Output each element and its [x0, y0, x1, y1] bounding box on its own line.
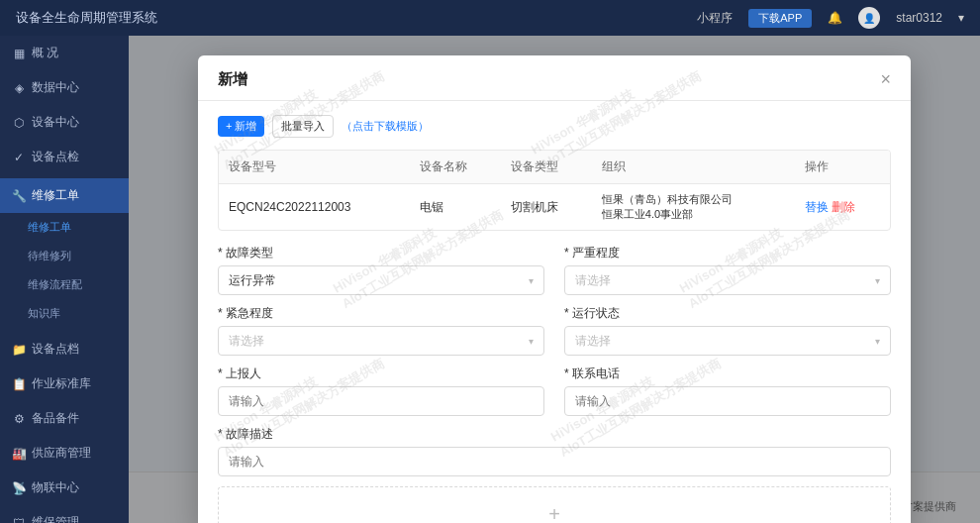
description-input-wrap[interactable]	[218, 447, 891, 476]
nav-mini-program[interactable]: 小程序	[697, 10, 733, 27]
col-model: 设备型号	[219, 151, 410, 184]
sidebar-item-supplier[interactable]: 🏭 供应商管理	[0, 436, 129, 471]
sidebar-label-data-center: 数据中心	[32, 79, 79, 96]
chevron-down-icon-severity: ▾	[875, 275, 880, 286]
sidebar-sub-process[interactable]: 维修流程配	[0, 270, 129, 299]
cell-org: 恒果（青岛）科技有限公司 恒果工业4.0事业部	[592, 184, 795, 231]
template-download-link[interactable]: （点击下载模版）	[342, 119, 429, 134]
delete-button[interactable]: 删除	[832, 199, 855, 216]
form-item-run-status: * 运行状态 请选择 ▾	[564, 305, 891, 356]
form-item-reporter: * 上报人	[218, 366, 544, 416]
sidebar-item-data-center[interactable]: ◈ 数据中心	[0, 70, 129, 105]
username: star0312	[896, 11, 942, 25]
sidebar-label-device-archive: 设备点档	[32, 341, 79, 358]
sidebar-label-device-spot: 设备点检	[32, 149, 79, 165]
device-archive-icon: 📁	[12, 343, 26, 357]
modal-header: 新增 ×	[198, 55, 911, 101]
sidebar-item-maintenance-mgmt[interactable]: 🛡 维保管理	[0, 505, 129, 523]
severity-select[interactable]: 请选择 ▾	[564, 265, 891, 295]
urgency-select[interactable]: 请选择 ▾	[218, 326, 544, 356]
col-action: 操作	[795, 151, 890, 184]
sidebar-item-spare-parts[interactable]: ⚙ 备品备件	[0, 401, 129, 436]
chevron-down-icon-run: ▾	[875, 336, 880, 347]
contact-label: * 联系电话	[564, 366, 891, 382]
overview-icon: ▦	[12, 47, 26, 60]
run-status-select[interactable]: 请选择 ▾	[564, 326, 891, 356]
col-name: 设备名称	[410, 151, 501, 184]
data-center-icon: ◈	[12, 81, 26, 95]
reporter-label: * 上报人	[218, 366, 544, 382]
sidebar-label-maintenance-mgmt: 维保管理	[32, 514, 79, 523]
logistics-icon: 📡	[12, 481, 26, 495]
severity-label: * 严重程度	[564, 245, 891, 262]
fault-type-value: 运行异常	[229, 272, 276, 289]
sidebar-item-logistics[interactable]: 📡 物联中心	[0, 471, 129, 505]
sidebar-item-overview[interactable]: ▦ 概 况	[0, 36, 129, 70]
sidebar-item-device-center[interactable]: ⬡ 设备中心	[0, 105, 129, 140]
modal: 新增 × + 新增 批量导入 （点击下载模版）	[198, 55, 911, 523]
sidebar-item-device-archive[interactable]: 📁 设备点档	[0, 332, 129, 366]
urgency-placeholder: 请选择	[229, 333, 264, 350]
sidebar-item-maintenance[interactable]: 🔧 维修工单	[0, 178, 129, 213]
replace-button[interactable]: 替换	[805, 199, 829, 216]
urgency-label: * 紧急程度	[218, 305, 544, 322]
contact-input-wrap[interactable]	[564, 386, 891, 416]
sidebar-label-supplier: 供应商管理	[32, 445, 91, 462]
header-right: 小程序 下载APP 🔔 👤 star0312 ▾	[697, 7, 964, 29]
sidebar-sub-knowledge[interactable]: 知识库	[0, 299, 129, 328]
spare-parts-icon: ⚙	[12, 412, 26, 426]
user-avatar: 👤	[858, 7, 880, 29]
download-app-button[interactable]: 下载APP	[748, 9, 812, 28]
chevron-down-icon-fault: ▾	[529, 275, 534, 286]
header-title: 设备全生命周期管理系统	[16, 9, 157, 27]
sidebar: ▦ 概 况 ◈ 数据中心 ⬡ 设备中心 ✓ 设备点检 🔧 维修工单 维修工单 待…	[0, 36, 129, 523]
form-item-severity: * 严重程度 请选择 ▾	[564, 245, 891, 295]
contact-input[interactable]	[575, 394, 880, 408]
sidebar-label-overview: 概 况	[32, 45, 58, 61]
chevron-down-icon-urgency: ▾	[529, 336, 534, 347]
cell-name: 电锯	[410, 184, 501, 231]
modal-body: + 新增 批量导入 （点击下载模版） 设备型号 设备名称 设备类型	[198, 101, 911, 523]
sidebar-label-maintenance: 维修工单	[32, 187, 79, 204]
form-item-description: * 故障描述	[218, 426, 891, 476]
severity-placeholder: 请选择	[575, 272, 611, 289]
sidebar-sub-pending[interactable]: 待维修列	[0, 242, 129, 270]
modal-close-button[interactable]: ×	[880, 69, 891, 90]
run-status-placeholder: 请选择	[575, 333, 611, 350]
device-center-icon: ⬡	[12, 116, 26, 130]
upload-plus-icon: +	[235, 503, 874, 523]
reporter-input-wrap[interactable]	[218, 386, 544, 416]
maintenance-icon: 🔧	[12, 189, 26, 203]
notification-icon[interactable]: 🔔	[828, 11, 842, 25]
cell-type: 切割机床	[501, 184, 592, 231]
batch-import-button[interactable]: 批量导入	[272, 115, 334, 138]
col-org: 组织	[592, 151, 795, 184]
reporter-input[interactable]	[229, 394, 534, 408]
description-input[interactable]	[229, 455, 880, 469]
modal-toolbar: + 新增 批量导入 （点击下载模版）	[218, 115, 891, 138]
fault-type-label: * 故障类型	[218, 245, 544, 262]
sidebar-sub-workorder[interactable]: 维修工单	[0, 213, 129, 242]
work-standard-icon: 📋	[12, 377, 26, 391]
fault-type-select[interactable]: 运行异常 ▾	[218, 265, 544, 295]
chevron-down-icon: ▾	[958, 11, 964, 25]
main-content: 新增 × + 新增 批量导入 （点击下载模版）	[129, 36, 980, 523]
modal-title: 新增	[218, 70, 247, 89]
form-item-urgency: * 紧急程度 请选择 ▾	[218, 305, 544, 356]
form-item-contact: * 联系电话	[564, 366, 891, 416]
device-table: 设备型号 设备名称 设备类型 组织 操作 EQCN24C2022112003	[219, 151, 890, 230]
supplier-icon: 🏭	[12, 447, 26, 461]
form-item-fault-type: * 故障类型 运行异常 ▾	[218, 245, 544, 295]
col-type: 设备类型	[501, 151, 592, 184]
table-row: EQCN24C2022112003 电锯 切割机床 恒果（青岛）科技有限公司 恒…	[219, 184, 890, 231]
sidebar-item-work-standard[interactable]: 📋 作业标准库	[0, 366, 129, 401]
device-table-wrap: 设备型号 设备名称 设备类型 组织 操作 EQCN24C2022112003	[218, 150, 891, 231]
cell-model: EQCN24C2022112003	[219, 184, 410, 231]
cell-actions: 替换 删除	[795, 184, 890, 231]
form-grid: * 故障类型 运行异常 ▾ * 严重程度 请选择 ▾	[218, 245, 891, 476]
sidebar-label-device-center: 设备中心	[32, 114, 79, 131]
upload-area[interactable]: +	[218, 486, 891, 523]
sidebar-item-device-spot[interactable]: ✓ 设备点检	[0, 140, 129, 174]
add-button[interactable]: + 新增	[218, 116, 264, 137]
sidebar-label-work-standard: 作业标准库	[32, 375, 91, 392]
